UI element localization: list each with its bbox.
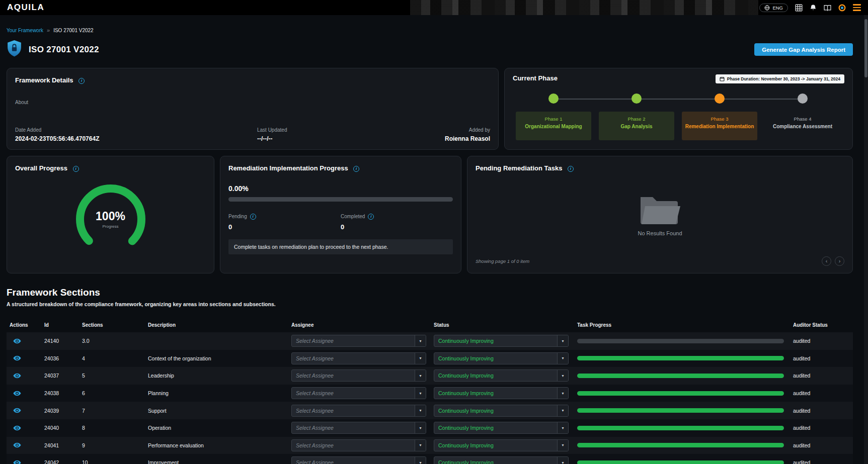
- assignee-select[interactable]: Select Assignee▾: [291, 456, 426, 464]
- info-icon[interactable]: i: [353, 166, 359, 172]
- chevron-down-icon: ▾: [557, 335, 568, 346]
- row-id: 24036: [41, 355, 79, 361]
- chevron-down-icon: ▾: [557, 353, 568, 364]
- table-row: 240408OperationSelect Assignee▾Continuou…: [7, 419, 853, 437]
- view-eye-icon[interactable]: [13, 425, 21, 431]
- auditor-status: audited: [790, 425, 853, 431]
- framework-details-card: Framework Details i About Date Added 202…: [7, 68, 499, 150]
- chevron-down-icon: ▾: [415, 440, 426, 451]
- shield-lock-icon: [7, 40, 22, 59]
- topbar-actions: ENG: [759, 4, 861, 12]
- app-root: AQUILA ENG: [0, 0, 868, 464]
- view-eye-icon[interactable]: [13, 408, 21, 413]
- info-icon[interactable]: i: [568, 166, 574, 172]
- view-eye-icon[interactable]: [13, 460, 21, 464]
- overall-progress-value: 100%: [96, 210, 125, 223]
- framework-details-meta: Date Added 2024-02-23T05:56:46.470764Z L…: [15, 127, 490, 142]
- view-eye-icon[interactable]: [13, 442, 21, 448]
- phase-1: Phase 1 Organizational Mapping: [516, 94, 591, 140]
- status-select[interactable]: Continuously Improving▾: [434, 405, 569, 417]
- docs-book-icon[interactable]: [824, 5, 831, 11]
- assignee-select[interactable]: Select Assignee▾: [291, 405, 426, 417]
- generate-gap-analysis-report-button[interactable]: Generate Gap Analysis Report: [754, 43, 853, 56]
- auditor-status: audited: [790, 355, 853, 361]
- date-added-label: Date Added: [15, 127, 99, 133]
- pending-label: Pending: [228, 214, 247, 219]
- assignee-select[interactable]: Select Assignee▾: [291, 335, 426, 347]
- pending-tasks-card: Pending Remediation Tasks i No Results F…: [467, 156, 853, 273]
- status-select[interactable]: Continuously Improving▾: [434, 456, 569, 464]
- phase-3-dot: [715, 94, 725, 104]
- chevron-down-icon: ▾: [415, 370, 426, 381]
- row-section: 5: [79, 373, 145, 379]
- col-status: Status: [431, 322, 574, 328]
- task-progress-bar: [577, 339, 784, 343]
- row-section: 9: [79, 442, 145, 448]
- status-select[interactable]: Continuously Improving▾: [434, 387, 569, 399]
- overall-progress-title: Overall Progress: [15, 164, 67, 172]
- auditor-status: audited: [790, 373, 853, 379]
- table-row: 240386PlanningSelect Assignee▾Continuous…: [7, 385, 853, 402]
- breadcrumb-current: ISO 27001 V2022: [53, 28, 94, 33]
- empty-state-text: No Results Found: [638, 230, 682, 236]
- info-icon[interactable]: i: [250, 214, 256, 220]
- info-icon[interactable]: i: [368, 214, 374, 220]
- apps-grid-icon[interactable]: [795, 4, 803, 12]
- status-select[interactable]: Continuously Improving▾: [434, 369, 569, 382]
- overall-progress-caption: Progress: [96, 224, 125, 229]
- chevron-down-icon: ▾: [415, 353, 426, 364]
- main-content: Your Framework » ISO 27001 V2022 ISO 270…: [7, 15, 853, 464]
- assignee-select[interactable]: Select Assignee▾: [291, 369, 426, 382]
- chevron-down-icon: ▾: [415, 335, 426, 346]
- view-eye-icon[interactable]: [13, 391, 21, 396]
- status-select[interactable]: Continuously Improving▾: [434, 352, 569, 364]
- completed-value: 0: [341, 223, 453, 231]
- row-section: 3.0: [79, 338, 145, 344]
- row-description: Context of the organization: [145, 355, 288, 361]
- added-by-label: Added by: [445, 127, 490, 133]
- menu-hamburger-icon[interactable]: [853, 4, 861, 11]
- completed-stat: Completedi 0: [341, 211, 453, 231]
- col-actions: Actions: [7, 322, 41, 328]
- view-eye-icon[interactable]: [13, 338, 21, 344]
- col-sections: Sections: [79, 322, 145, 328]
- status-select[interactable]: Continuously Improving▾: [434, 422, 569, 434]
- task-progress-bar: [577, 391, 784, 396]
- row-description: Operation: [145, 425, 288, 431]
- auditor-status: audited: [790, 338, 853, 344]
- phase-1-card: Phase 1 Organizational Mapping: [516, 112, 591, 140]
- about-label: About: [15, 100, 490, 105]
- remediation-progress-title: Remediation Implementation Progress: [228, 164, 348, 172]
- auditor-status: audited: [790, 442, 853, 448]
- scrollbar-thumb[interactable]: [864, 19, 867, 77]
- row-id: 24039: [41, 408, 79, 414]
- scrollbar[interactable]: [864, 15, 868, 464]
- task-progress-bar: [577, 443, 784, 447]
- breadcrumb-root-link[interactable]: Your Framework: [7, 28, 43, 33]
- next-page-button[interactable]: ›: [835, 256, 844, 266]
- phase-3-card: Phase 3 Remediation Implementation: [682, 112, 757, 140]
- assignee-select[interactable]: Select Assignee▾: [291, 422, 426, 434]
- assignee-select[interactable]: Select Assignee▾: [291, 439, 426, 451]
- notifications-bell-icon[interactable]: [810, 4, 817, 12]
- task-progress-bar: [577, 374, 784, 378]
- assignee-select[interactable]: Select Assignee▾: [291, 352, 426, 364]
- view-eye-icon[interactable]: [13, 355, 21, 361]
- chevron-down-icon: ▾: [415, 405, 426, 416]
- info-icon[interactable]: i: [78, 78, 85, 84]
- status-select[interactable]: Continuously Improving▾: [434, 335, 569, 347]
- current-phase-card: Current Phase Phase Duration: November 3…: [504, 68, 853, 150]
- phase-2-card: Phase 2 Gap Analysis: [599, 112, 674, 140]
- info-icon[interactable]: i: [73, 166, 79, 172]
- view-eye-icon[interactable]: [13, 373, 21, 379]
- language-selector[interactable]: ENG: [759, 4, 788, 12]
- assignee-select[interactable]: Select Assignee▾: [291, 387, 426, 399]
- task-progress-bar: [577, 408, 784, 413]
- status-select[interactable]: Continuously Improving▾: [434, 439, 569, 451]
- folder-icon: [638, 193, 683, 226]
- row-section: 6: [79, 390, 145, 396]
- help-ring-icon[interactable]: [838, 4, 846, 12]
- prev-page-button[interactable]: ‹: [822, 256, 831, 266]
- col-description: Description: [145, 322, 288, 328]
- phase-2-dot: [632, 94, 642, 104]
